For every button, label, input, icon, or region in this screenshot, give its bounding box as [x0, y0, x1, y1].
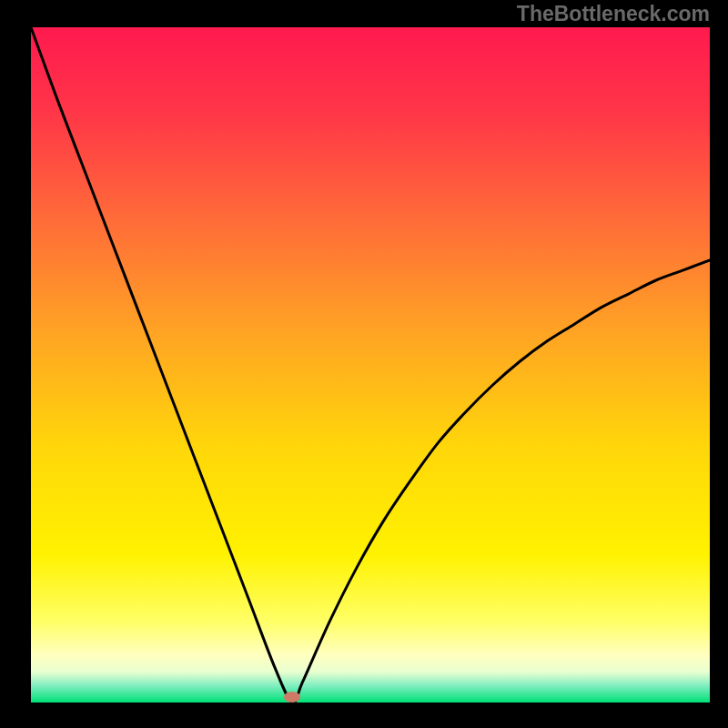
- watermark-text: TheBottleneck.com: [517, 2, 710, 26]
- plot-area: [31, 27, 710, 703]
- chart-frame: TheBottleneck.com: [0, 0, 728, 728]
- bottleneck-curve: [31, 27, 710, 703]
- optimum-marker: [284, 692, 300, 703]
